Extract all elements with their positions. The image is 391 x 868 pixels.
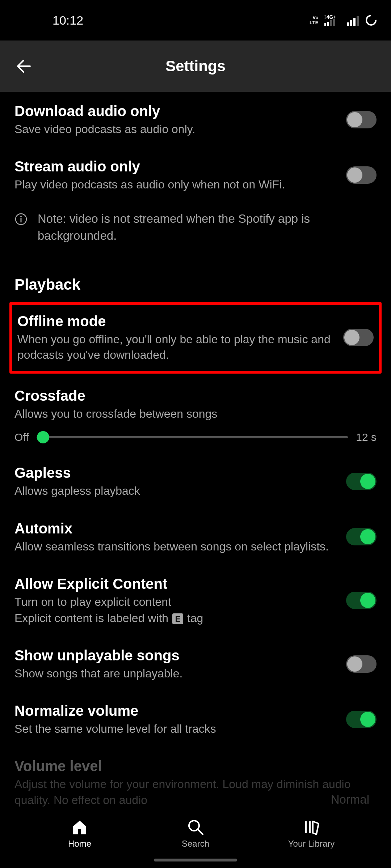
svg-rect-8 bbox=[357, 16, 359, 26]
svg-rect-7 bbox=[353, 18, 356, 26]
svg-rect-12 bbox=[21, 218, 22, 222]
toggle-gapless[interactable] bbox=[346, 473, 377, 490]
svg-rect-3 bbox=[330, 20, 332, 26]
status-bar: 10:12 Vo LTE ‡4G+ bbox=[0, 0, 391, 41]
svg-rect-16 bbox=[309, 821, 311, 833]
setting-subtitle: Adjust the volume for your environment. … bbox=[14, 776, 368, 808]
setting-subtitle: When you go offline, you'll only be able… bbox=[17, 332, 335, 363]
setting-gapless[interactable]: Gapless Allows gapless playback bbox=[0, 454, 391, 509]
toggle-automix[interactable] bbox=[346, 528, 377, 545]
setting-title: Normalize volume bbox=[14, 702, 337, 720]
info-note: Note: video is not streamed when the Spo… bbox=[0, 203, 391, 258]
arrow-left-icon bbox=[15, 58, 32, 75]
setting-subtitle: Set the same volume level for all tracks bbox=[14, 721, 337, 737]
setting-title: Automix bbox=[14, 519, 337, 537]
toggle-unplayable[interactable] bbox=[346, 655, 377, 673]
svg-point-11 bbox=[20, 216, 22, 217]
home-icon bbox=[71, 818, 88, 836]
loading-circle-icon bbox=[365, 14, 377, 26]
svg-rect-6 bbox=[350, 20, 352, 26]
setting-title: Crossfade bbox=[14, 387, 368, 405]
svg-rect-4 bbox=[333, 19, 335, 26]
setting-subtitle-2: Explicit content is labeled with E tag bbox=[14, 610, 337, 626]
slider-thumb[interactable] bbox=[37, 431, 49, 443]
svg-rect-1 bbox=[324, 23, 326, 26]
setting-title: Download audio only bbox=[14, 102, 337, 120]
setting-subtitle: Play video podcasts as audio only when n… bbox=[14, 177, 337, 192]
crossfade-slider-row: Off 12 s bbox=[0, 425, 391, 454]
signal-bars-icon bbox=[347, 14, 360, 26]
status-time: 10:12 bbox=[52, 13, 83, 27]
toggle-normalize[interactable] bbox=[346, 711, 377, 728]
status-icons: Vo LTE ‡4G+ bbox=[310, 14, 377, 26]
crossfade-slider[interactable] bbox=[37, 436, 348, 438]
setting-title: Gapless bbox=[14, 464, 337, 482]
setting-title: Allow Explicit Content bbox=[14, 575, 337, 593]
svg-rect-5 bbox=[347, 22, 349, 26]
setting-subtitle: Allows you to crossfade between songs bbox=[14, 406, 368, 422]
setting-subtitle: Save video podcasts as audio only. bbox=[14, 122, 337, 137]
setting-title: Stream audio only bbox=[14, 157, 337, 175]
search-icon bbox=[187, 818, 204, 836]
setting-title: Offline mode bbox=[17, 312, 335, 330]
setting-subtitle: Allow seamless transitions between songs… bbox=[14, 539, 337, 554]
crossfade-max-label: 12 s bbox=[356, 431, 377, 443]
setting-crossfade: Crossfade Allows you to crossfade betwee… bbox=[0, 376, 391, 425]
settings-list: Download audio only Save video podcasts … bbox=[0, 92, 391, 851]
back-button[interactable] bbox=[7, 50, 40, 82]
page-title: Settings bbox=[0, 58, 391, 75]
nav-label: Search bbox=[182, 839, 209, 849]
svg-line-14 bbox=[198, 830, 203, 834]
setting-subtitle: Allows gapless playback bbox=[14, 483, 337, 499]
gesture-bar bbox=[154, 859, 237, 861]
toggle-offline-mode[interactable] bbox=[343, 329, 374, 346]
highlight-box: Offline mode When you go offline, you'll… bbox=[9, 302, 382, 374]
setting-unplayable[interactable]: Show unplayable songs Show songs that ar… bbox=[0, 636, 391, 692]
nav-library[interactable]: Your Library bbox=[275, 818, 348, 849]
svg-rect-15 bbox=[305, 821, 307, 833]
crossfade-min-label: Off bbox=[14, 431, 29, 443]
setting-title: Volume level bbox=[14, 757, 368, 775]
setting-explicit[interactable]: Allow Explicit Content Turn on to play e… bbox=[0, 565, 391, 636]
nav-home[interactable]: Home bbox=[43, 818, 116, 849]
setting-stream-audio-only[interactable]: Stream audio only Play video podcasts as… bbox=[0, 147, 391, 203]
nav-label: Your Library bbox=[288, 839, 335, 849]
signal-4g-icon: ‡4G+ bbox=[324, 14, 342, 26]
setting-download-audio-only[interactable]: Download audio only Save video podcasts … bbox=[0, 92, 391, 147]
library-icon bbox=[303, 818, 320, 836]
info-icon bbox=[14, 213, 28, 226]
volte-indicator: Vo LTE bbox=[310, 15, 319, 25]
volume-level-value: Normal bbox=[331, 793, 369, 807]
app-header: Settings bbox=[0, 41, 391, 92]
toggle-stream-audio[interactable] bbox=[346, 166, 377, 184]
section-header-playback: Playback bbox=[0, 259, 391, 301]
nav-search[interactable]: Search bbox=[159, 818, 232, 849]
setting-offline-mode[interactable]: Offline mode When you go offline, you'll… bbox=[12, 305, 379, 371]
setting-automix[interactable]: Automix Allow seamless transitions betwe… bbox=[0, 509, 391, 565]
toggle-download-audio[interactable] bbox=[346, 111, 377, 128]
setting-title: Show unplayable songs bbox=[14, 646, 337, 664]
setting-normalize-volume[interactable]: Normalize volume Set the same volume lev… bbox=[0, 692, 391, 747]
toggle-explicit[interactable] bbox=[346, 592, 377, 609]
svg-rect-2 bbox=[327, 22, 329, 26]
nav-label: Home bbox=[68, 839, 91, 849]
explicit-tag-icon: E bbox=[172, 613, 183, 624]
svg-point-9 bbox=[366, 16, 376, 25]
setting-subtitle: Show songs that are unplayable. bbox=[14, 666, 337, 681]
setting-subtitle: Turn on to play explicit content bbox=[14, 594, 337, 610]
info-text: Note: video is not streamed when the Spo… bbox=[38, 210, 377, 244]
